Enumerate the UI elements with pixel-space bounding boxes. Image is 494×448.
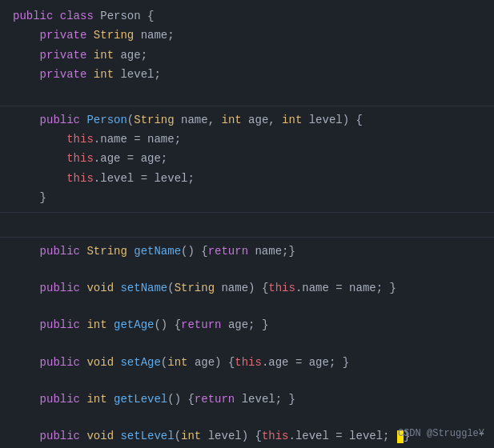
code-token: level) {	[309, 114, 363, 126]
code-token: .level = level;	[289, 430, 396, 442]
code-token: .name = name;	[94, 133, 181, 146]
code-token: age,	[248, 114, 282, 126]
code-token	[13, 318, 40, 331]
code-token: public	[40, 245, 87, 258]
code-token: public	[40, 114, 87, 126]
code-token: name;	[141, 29, 175, 42]
code-token: () {	[154, 318, 181, 331]
code-editor: public class Person { private String nam…	[0, 0, 494, 448]
code-token: public	[40, 318, 87, 331]
code-token	[13, 29, 40, 42]
code-line	[0, 261, 494, 278]
code-token: class	[60, 10, 100, 22]
code-token: this	[262, 430, 289, 442]
code-token	[13, 68, 40, 81]
code-token: private	[40, 29, 94, 42]
code-token: this	[66, 152, 94, 165]
code-token: private	[40, 49, 94, 62]
code-token: (	[167, 282, 174, 294]
code-token: level; }	[242, 393, 295, 406]
code-token: this	[268, 282, 295, 294]
code-line: this.age = age;	[0, 149, 494, 168]
code-token: getName	[134, 245, 181, 258]
code-token	[13, 49, 40, 62]
code-token: .level = level;	[94, 172, 195, 185]
code-line	[0, 85, 494, 102]
code-token: (	[175, 430, 181, 442]
code-token: Person {	[100, 10, 154, 22]
code-token: public	[40, 430, 87, 442]
code-token: void	[86, 282, 120, 294]
code-token: name,	[181, 114, 221, 126]
code-token: name;}	[255, 245, 295, 258]
code-token	[13, 152, 66, 165]
code-token: () {	[167, 393, 195, 406]
code-token	[13, 133, 66, 146]
code-token: int	[86, 318, 114, 331]
code-token: level;	[120, 68, 160, 81]
code-token: return	[181, 318, 228, 331]
watermark: CSDN @Struggle¥	[398, 426, 484, 442]
code-token: private	[40, 68, 94, 81]
code-token: (	[161, 356, 167, 369]
code-token: this	[66, 133, 94, 146]
code-token: String	[134, 114, 181, 126]
code-token: .age = age;	[94, 152, 167, 165]
code-token: (	[127, 114, 134, 126]
code-line	[0, 372, 494, 390]
code-line: private String name;	[0, 26, 494, 45]
code-token: level) {	[208, 430, 262, 442]
code-line: public Person(String name, int age, int …	[0, 106, 494, 130]
code-token	[13, 393, 40, 406]
code-token: void	[86, 430, 120, 442]
code-line: public class Person {	[0, 6, 494, 26]
code-token: public	[40, 356, 87, 369]
code-token: age) {	[195, 356, 235, 369]
code-token: String	[94, 29, 141, 42]
code-token: void	[86, 356, 120, 369]
code-token: setAge	[120, 356, 160, 369]
code-token: this	[66, 172, 94, 185]
code-line	[0, 409, 494, 426]
code-token: }	[13, 191, 46, 204]
code-line: private int level;	[0, 65, 494, 84]
code-token: int	[94, 68, 121, 81]
code-token: public	[40, 282, 87, 294]
code-token: String	[175, 282, 222, 294]
code-token: int	[167, 356, 195, 369]
code-token: name) {	[221, 282, 268, 294]
code-token: int	[181, 430, 208, 442]
code-token: public	[13, 10, 60, 22]
code-line: public int getAge() {return age; }	[0, 315, 494, 334]
code-token: .name = name; }	[295, 282, 396, 294]
code-token	[13, 356, 40, 369]
code-token: return	[208, 245, 255, 258]
code-line: this.level = level;	[0, 169, 494, 188]
code-token: public	[40, 393, 87, 406]
code-token: age;	[120, 49, 147, 62]
code-token	[13, 282, 40, 294]
code-line: private int age;	[0, 46, 494, 65]
code-line	[0, 298, 494, 315]
code-token: Person	[86, 114, 127, 126]
code-line: }	[0, 188, 494, 212]
code-token: this	[235, 356, 262, 369]
code-token: int	[221, 114, 248, 126]
code-line: this.name = name;	[0, 130, 494, 149]
code-token: int	[86, 393, 114, 406]
code-token: () {	[181, 245, 208, 258]
code-token: getLevel	[114, 393, 167, 406]
code-token	[13, 245, 40, 258]
code-line: public void setName(String name) {this.n…	[0, 278, 494, 298]
code-token: getAge	[114, 318, 154, 331]
code-line	[0, 335, 494, 353]
code-token	[13, 172, 66, 185]
code-token: return	[195, 393, 242, 406]
code-token: int	[282, 114, 309, 126]
code-token: .age = age; }	[262, 356, 349, 369]
code-token	[13, 114, 40, 126]
code-line: public void setAge(int age) {this.age = …	[0, 353, 494, 372]
code-token: age; }	[228, 318, 268, 331]
code-token: int	[94, 49, 121, 62]
code-token: String	[86, 245, 134, 258]
